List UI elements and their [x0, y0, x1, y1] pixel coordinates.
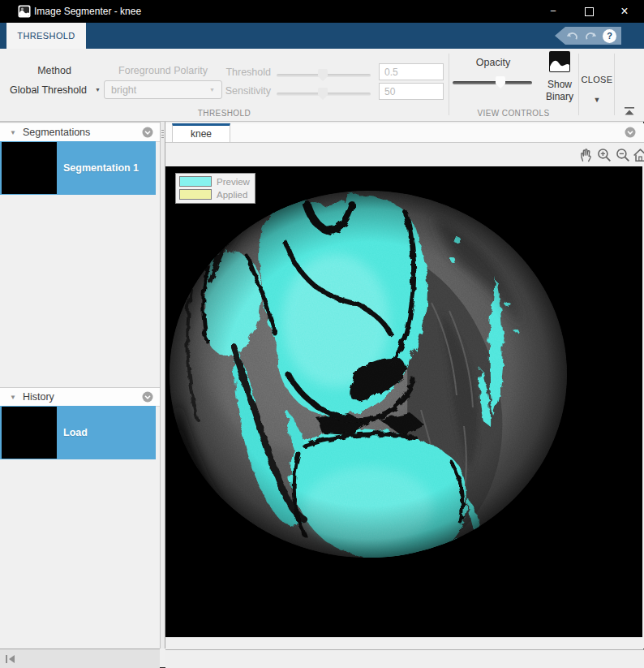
close-segmenter-button[interactable]: CLOSE ▼: [580, 50, 614, 104]
legend-row-applied: Applied: [179, 189, 250, 200]
close-button[interactable]: ×: [607, 0, 642, 23]
sensitivity-slider-thumb: [318, 88, 328, 100]
figure-toolbar: [165, 143, 644, 166]
show-binary-button[interactable]: Show Binary: [539, 50, 581, 103]
left-status-bar: [0, 649, 160, 668]
collapse-panel-icon[interactable]: ▼: [10, 394, 16, 401]
pan-hand-icon[interactable]: [577, 147, 595, 164]
sensitivity-label: Sensitivity: [206, 85, 271, 97]
zoom-out-icon[interactable]: [615, 147, 632, 164]
preview-label: Preview: [217, 177, 250, 187]
minimize-button[interactable]: −: [535, 0, 571, 23]
segmentation-thumbnail: [2, 142, 57, 194]
home-icon[interactable]: [632, 147, 644, 164]
polarity-dropdown: bright ▼: [104, 80, 222, 99]
history-header[interactable]: ▼ History: [0, 387, 160, 407]
panel-splitter[interactable]: [160, 122, 165, 649]
history-list-item[interactable]: Load: [0, 406, 156, 459]
opacity-slider-track[interactable]: [453, 81, 532, 84]
knee-mri-image[interactable]: Preview Applied: [165, 166, 642, 637]
history-item-label: Load: [63, 406, 88, 459]
segmentations-title: Segmentations: [23, 127, 142, 138]
panel-menu-icon[interactable]: [142, 127, 153, 138]
splitter-grip: [161, 130, 165, 138]
quick-access-toolbar: ?: [555, 27, 621, 45]
image-segmenter-window: Image Segmenter - knee − × THRESHOLD ? M…: [0, 0, 644, 668]
section-label-view-controls: VIEW CONTROLS: [449, 109, 578, 118]
threshold-label: Threshold: [209, 67, 271, 78]
help-icon[interactable]: ?: [603, 29, 616, 43]
left-panel: [0, 122, 160, 649]
opacity-slider[interactable]: [453, 76, 532, 88]
maximize-icon: [585, 7, 594, 16]
history-title: History: [23, 391, 142, 403]
opacity-label: Opacity: [454, 57, 532, 68]
title-bar: Image Segmenter - knee − ×: [0, 0, 644, 23]
status-bar: [165, 649, 644, 668]
show-binary-label-2: Binary: [546, 91, 573, 103]
sensitivity-slider: [277, 88, 371, 100]
applied-swatch: [179, 189, 212, 200]
method-dropdown[interactable]: Global Threshold ▼: [6, 80, 104, 99]
polarity-label: Foreground Polarity: [102, 65, 224, 76]
overlay-legend: Preview Applied: [175, 173, 255, 204]
segmentation-item-label: Segmentation 1: [63, 141, 139, 195]
threshold-slider: [277, 69, 371, 81]
method-value: Global Threshold: [10, 84, 87, 96]
maximize-button[interactable]: [571, 0, 607, 23]
history-thumbnail: [2, 407, 57, 459]
preview-swatch: [179, 176, 212, 187]
legend-row-preview: Preview: [179, 176, 250, 187]
image-canvas-area: Preview Applied: [165, 166, 644, 637]
opacity-slider-thumb[interactable]: [496, 76, 505, 88]
collapse-toolstrip-icon[interactable]: [623, 106, 636, 117]
tab-threshold[interactable]: THRESHOLD: [6, 23, 86, 49]
document-menu-icon[interactable]: [625, 127, 636, 141]
sensitivity-value-field: [379, 83, 444, 100]
ribbon-bar: [0, 23, 644, 49]
toolstrip-divider: [578, 54, 579, 115]
close-label: CLOSE: [582, 75, 613, 84]
show-binary-icon: [548, 50, 571, 73]
toolstrip-divider: [449, 54, 449, 115]
threshold-slider-thumb: [318, 69, 328, 81]
segmentations-header[interactable]: ▼ Segmentations: [0, 123, 160, 142]
collapse-panel-icon[interactable]: ▼: [10, 129, 16, 136]
polarity-value: bright: [111, 84, 136, 96]
canvas-bottom-margin: [165, 637, 644, 649]
show-binary-label-1: Show: [547, 79, 572, 91]
redo-icon: [584, 30, 598, 42]
panel-menu-icon[interactable]: [142, 391, 153, 403]
section-label-threshold: THRESHOLD: [0, 109, 449, 118]
applied-label: Applied: [217, 190, 247, 200]
threshold-value-field: [379, 63, 444, 80]
method-label: Method: [6, 65, 102, 76]
chevron-down-icon: ▼: [95, 87, 101, 93]
window-title: Image Segmenter - knee: [34, 0, 141, 23]
segmentation-list-item[interactable]: Segmentation 1: [0, 141, 156, 195]
zoom-in-icon[interactable]: [596, 147, 613, 164]
chevron-down-icon: ▼: [594, 96, 601, 104]
tab-knee[interactable]: knee: [172, 123, 230, 142]
app-icon: [18, 5, 31, 18]
collapse-left-panel-icon[interactable]: [5, 654, 16, 664]
document-tab-strip: knee: [165, 123, 644, 143]
toolstrip-divider: [614, 54, 615, 115]
undo-icon: [565, 30, 579, 42]
